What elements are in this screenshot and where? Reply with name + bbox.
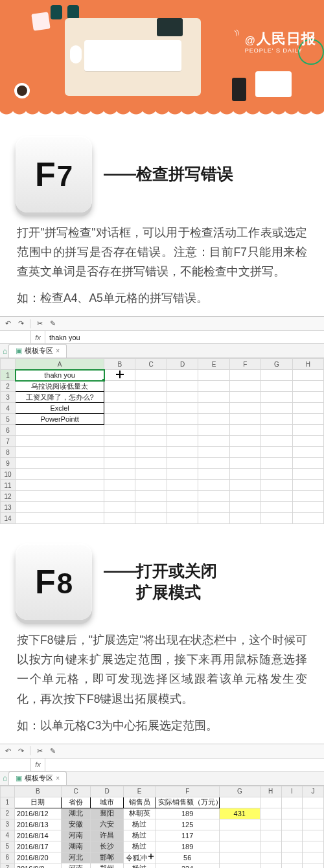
cell[interactable]	[104, 491, 135, 502]
paint-icon[interactable]: ✎	[47, 746, 58, 756]
cell[interactable]	[198, 447, 229, 458]
cell[interactable]	[135, 425, 167, 436]
cell[interactable]	[229, 502, 260, 513]
cell[interactable]	[281, 808, 303, 819]
cell[interactable]	[198, 436, 229, 447]
cell[interactable]	[167, 480, 198, 491]
grid[interactable]: ABCDEFGH1thakn you2乌拉说阅读低量太3工资又降了，怎办么?4E…	[0, 358, 324, 524]
cell[interactable]	[261, 436, 292, 447]
cell[interactable]: 林朝英	[123, 808, 156, 819]
cell[interactable]	[16, 469, 104, 480]
cell[interactable]	[135, 513, 167, 524]
cell[interactable]	[219, 819, 260, 830]
cut-icon[interactable]: ✂	[34, 746, 45, 756]
cell[interactable]	[260, 797, 281, 808]
cell[interactable]	[292, 480, 323, 491]
paint-icon[interactable]: ✎	[47, 319, 58, 329]
cell[interactable]	[219, 797, 260, 808]
cell[interactable]	[229, 447, 260, 458]
cell[interactable]: 河南	[61, 863, 91, 868]
cell[interactable]	[198, 414, 229, 425]
close-icon[interactable]: ×	[56, 775, 60, 782]
cell[interactable]: 邯郸	[91, 852, 123, 863]
cell[interactable]	[104, 436, 135, 447]
cell[interactable]	[260, 863, 281, 868]
cell[interactable]	[135, 469, 167, 480]
cell[interactable]: 2016/8/14	[14, 830, 61, 841]
cell[interactable]: PowerPointt	[16, 414, 104, 425]
cell[interactable]	[229, 458, 260, 469]
cell[interactable]	[219, 852, 260, 863]
cut-icon[interactable]: ✂	[34, 319, 45, 329]
cell[interactable]	[261, 513, 292, 524]
cell[interactable]	[104, 469, 135, 480]
cell[interactable]	[229, 392, 260, 403]
cell[interactable]	[292, 370, 323, 381]
cell[interactable]	[135, 381, 167, 392]
cell[interactable]	[198, 469, 229, 480]
cell[interactable]: 安徽	[61, 819, 91, 830]
redo-icon[interactable]: ↷	[16, 746, 26, 756]
grid[interactable]: BCDEFGHIJ1日期省份城市销售员实际销售额（万元）22016/8/12湖北…	[0, 786, 324, 868]
cell[interactable]	[198, 513, 229, 524]
cell[interactable]	[167, 392, 198, 403]
cell[interactable]	[281, 841, 303, 852]
cell[interactable]	[219, 830, 260, 841]
cell[interactable]	[16, 436, 104, 447]
close-icon[interactable]: ×	[56, 347, 60, 354]
cell[interactable]	[292, 436, 323, 447]
cell[interactable]	[281, 852, 303, 863]
cell[interactable]	[167, 370, 198, 381]
cell[interactable]	[135, 447, 167, 458]
cell[interactable]	[260, 852, 281, 863]
cell[interactable]: 189	[156, 808, 219, 819]
cell[interactable]	[198, 480, 229, 491]
cell[interactable]	[104, 392, 135, 403]
cell[interactable]	[292, 491, 323, 502]
cell[interactable]	[16, 513, 104, 524]
fx-icon[interactable]: fx	[31, 331, 45, 343]
cell[interactable]: 日期	[14, 797, 61, 808]
cell[interactable]	[167, 425, 198, 436]
cell[interactable]	[104, 502, 135, 513]
cell[interactable]	[135, 392, 167, 403]
cell[interactable]	[167, 491, 198, 502]
cell[interactable]	[261, 370, 292, 381]
cell[interactable]: 许昌	[91, 830, 123, 841]
cell[interactable]	[104, 414, 135, 425]
cell[interactable]	[16, 447, 104, 458]
cell[interactable]	[198, 425, 229, 436]
cell[interactable]: 郑州	[91, 863, 123, 868]
cell[interactable]: Exclel	[16, 403, 104, 414]
cell[interactable]	[16, 458, 104, 469]
cell[interactable]	[167, 502, 198, 513]
cell[interactable]: 杨过	[123, 841, 156, 852]
cell[interactable]	[16, 425, 104, 436]
undo-icon[interactable]: ↶	[3, 319, 13, 329]
cell[interactable]: 河南	[61, 830, 91, 841]
cell[interactable]	[260, 819, 281, 830]
cell[interactable]	[167, 447, 198, 458]
cell[interactable]	[219, 863, 260, 868]
cell[interactable]: 省份	[61, 797, 91, 808]
cell[interactable]	[303, 797, 324, 808]
cell[interactable]: 2016/9/9	[14, 863, 61, 868]
cell[interactable]	[16, 491, 104, 502]
cell[interactable]	[281, 819, 303, 830]
cell[interactable]	[261, 425, 292, 436]
undo-icon[interactable]: ↶	[3, 746, 13, 756]
cell[interactable]	[219, 841, 260, 852]
cell[interactable]	[16, 502, 104, 513]
cell[interactable]	[303, 841, 324, 852]
cell[interactable]	[292, 425, 323, 436]
cell[interactable]: thakn you	[16, 370, 104, 381]
cell[interactable]	[260, 841, 281, 852]
cell[interactable]	[229, 425, 260, 436]
cell[interactable]	[167, 458, 198, 469]
cell[interactable]	[198, 502, 229, 513]
cell[interactable]: 2016/8/20	[14, 852, 61, 863]
name-box[interactable]	[0, 331, 31, 343]
cell[interactable]: 杨过	[123, 819, 156, 830]
cell[interactable]	[167, 403, 198, 414]
cell[interactable]	[261, 491, 292, 502]
